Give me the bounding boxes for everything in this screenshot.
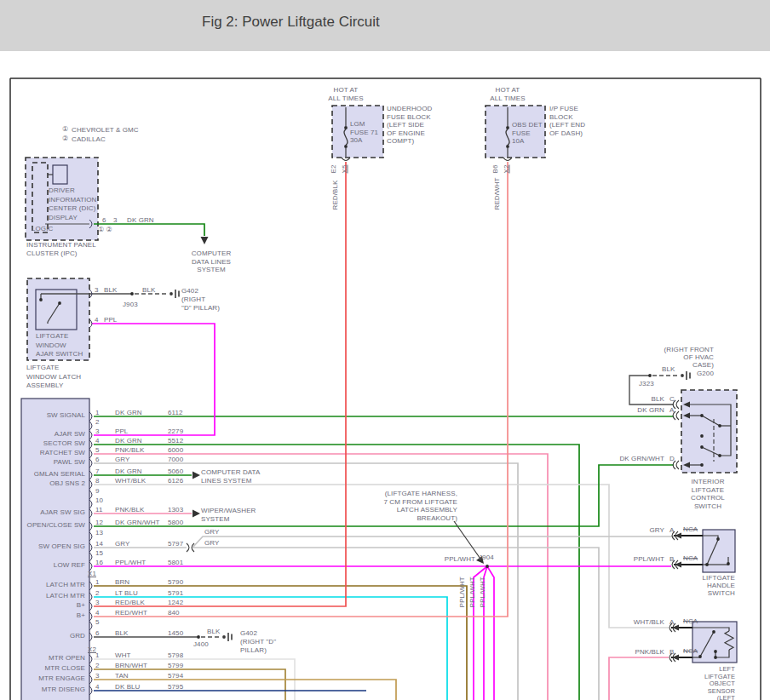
- junction-dot: [648, 374, 652, 377]
- diagram-label: GRY: [204, 528, 220, 536]
- junction-dot: [712, 630, 715, 634]
- pin-function-label: OBJ SNS 2: [49, 479, 85, 488]
- pin-number: 12: [95, 519, 103, 527]
- junction-dot: [486, 565, 489, 568]
- pin-number: 15: [95, 549, 103, 558]
- pin-number: 8: [95, 477, 100, 485]
- diagram-label: OBS DET FUSE 10A: [512, 121, 543, 146]
- diagram-label: 6: [102, 216, 106, 225]
- diagram-label: PPL/WHT: [458, 577, 467, 607]
- wire-color-label: DK GRN: [115, 409, 142, 417]
- sensor-b-pnk-blk-wire: [609, 657, 669, 700]
- pin-function-label: GMLAN SERIAL: [34, 470, 85, 479]
- diagram-label: LGM FUSE 71 30A: [350, 120, 378, 145]
- diagram-label: WHT/BLK: [634, 618, 664, 627]
- diagram-label: J903: [123, 301, 138, 309]
- circuit-number: 6126: [168, 477, 183, 485]
- pin-function-label: MTR DISENG: [42, 686, 85, 694]
- circuit-number: 5794: [168, 672, 183, 680]
- junction-dot: [700, 414, 704, 417]
- junction-dot: [698, 655, 702, 658]
- pin-function-label: MTR ENGAGE: [38, 674, 85, 683]
- diagram-label: GRY: [650, 526, 665, 535]
- diagram-label: E2: [330, 165, 338, 174]
- pin-connector-arc: [676, 400, 679, 409]
- wire-color-label: BRN/WHT: [115, 662, 147, 670]
- junction-dot: [714, 656, 717, 659]
- circuit-number: 1242: [168, 599, 183, 607]
- diagram-label: BLK: [207, 628, 220, 636]
- liftgate-window-ajar-switch-box: [36, 290, 77, 330]
- diagram-label: J323: [639, 380, 654, 388]
- diagram-label: CADILLAC: [72, 135, 106, 144]
- diagram-label: J400: [193, 640, 209, 649]
- wire-color-label: DK BLU: [115, 683, 141, 691]
- wire-color-label: GRY: [115, 540, 130, 548]
- diagram-label: LOGIC: [32, 225, 53, 233]
- pin-function-label: LATCH MTR: [46, 581, 85, 589]
- diagram-label: C: [669, 395, 675, 404]
- diagram-label: X5: [341, 165, 349, 174]
- diagram-label: BLK: [142, 286, 155, 295]
- circuit-number: 5791: [168, 589, 183, 598]
- circuit-number: 6112: [168, 409, 183, 417]
- diagram-label: DK GRN: [637, 406, 664, 415]
- junction-dot: [197, 635, 200, 639]
- pin-number: 6: [95, 456, 100, 464]
- circuit-number: 5800: [168, 519, 183, 527]
- diagram-label: COMPUTER DATA LINES SYSTEM: [201, 468, 260, 485]
- diagram-label: B: [669, 648, 674, 657]
- circuit-number: 7000: [168, 456, 183, 464]
- diagram-label: DRIVER INFORMATION CENTER (DIC) DISPLAY: [49, 186, 97, 222]
- diagram-label: ① ②: [98, 226, 112, 234]
- pin-number: 1: [95, 578, 100, 587]
- pin-function-label: AJAR SW SIG: [40, 508, 85, 517]
- ajar-sw-ppl-2279-wire: [92, 324, 215, 435]
- circuit-number: 1303: [168, 506, 183, 514]
- pin-function-label: PAWL SW: [54, 458, 85, 467]
- junction-dot: [344, 145, 348, 148]
- diagram-label: INTERIOR LIFTGATE CONTROL SWITCH: [677, 478, 739, 510]
- junction-dot: [700, 445, 704, 449]
- diagram-label: GRY: [204, 539, 220, 548]
- junction-dot: [506, 145, 509, 148]
- pin-function-label: SW OPEN SIG: [38, 542, 85, 551]
- pin-number: 3: [95, 427, 100, 436]
- pin-number: 6: [95, 629, 100, 638]
- diagram-label: A: [669, 618, 674, 627]
- diagram-label: BLK: [662, 365, 675, 374]
- circuit-number: 5060: [168, 468, 183, 476]
- diagram-label: PPL/WHT: [479, 577, 487, 607]
- circuit-number: 1450: [168, 629, 183, 638]
- sw-open-sig-gry-cont-wire: [192, 548, 599, 700]
- diagram-label: A: [669, 406, 674, 415]
- diagram-label: HOT AT ALL TIMES: [328, 86, 363, 102]
- pin-number: 4: [95, 609, 100, 617]
- pin-function-label: B+: [77, 611, 85, 620]
- diagram-label: BLK: [104, 286, 117, 295]
- gry-branch-upper-wire: [192, 536, 674, 548]
- diagram-label: UNDERHOOD FUSE BLOCK (LEFT SIDE OF ENGIN…: [387, 105, 432, 146]
- circuit-number: 5799: [168, 662, 183, 670]
- wire-color-label: BLK: [115, 629, 128, 638]
- ppl-wht-drop-3-wire: [487, 566, 494, 700]
- wire-color-label: TAN: [115, 672, 129, 680]
- pin-number: 3: [95, 599, 100, 607]
- pin-number: 3: [95, 672, 100, 680]
- diagram-label: J904: [479, 554, 494, 562]
- system-arrow-down: [201, 237, 209, 244]
- diagram-label: DK GRN/WHT: [619, 455, 664, 463]
- diagram-label: CHEVROLET & GMC: [72, 126, 139, 135]
- diagram-label: BLK: [652, 395, 664, 404]
- diagram-label: LIFTGATE HANDLE SWITCH: [703, 574, 735, 597]
- pin-function-label: MTR CLOSE: [44, 664, 85, 673]
- circuit-number: 5798: [168, 651, 183, 660]
- wire-color-label: BRN: [115, 578, 129, 587]
- pin-number: 5: [95, 618, 100, 627]
- document-page: Fig 2: Power Liftgate Circuit 1SW SIGNAL…: [0, 0, 770, 700]
- diagram-label: HOT AT ALL TIMES: [490, 86, 525, 102]
- junction-dot: [58, 301, 61, 305]
- junction-dot: [700, 463, 704, 467]
- junction-dot: [718, 424, 721, 427]
- pin-number: 9: [95, 487, 100, 496]
